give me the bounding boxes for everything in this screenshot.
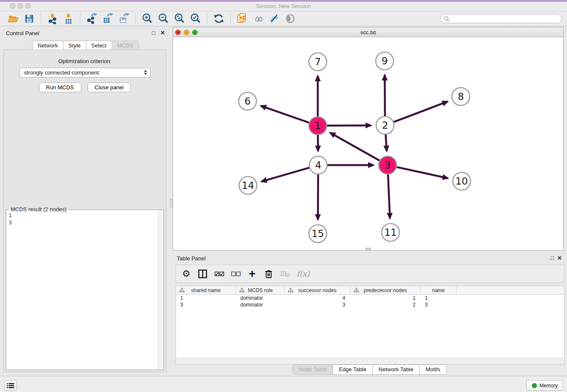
virtual-column-icon [239, 288, 245, 294]
table-settings-gear-icon[interactable]: ⚙ [181, 268, 191, 279]
node-label: 8 [458, 91, 464, 102]
table-row[interactable]: 3dominator323 [176, 301, 564, 308]
select-all-columns-icon[interactable]: ☑☑ [214, 268, 224, 279]
network-window-title: scc.txt [173, 29, 563, 36]
deselect-all-columns-icon[interactable]: ☐☐ [231, 268, 241, 279]
node-label: 2 [382, 120, 388, 131]
close-panel-button[interactable]: Close panel [88, 83, 131, 92]
column-header[interactable]: successor nodes [285, 286, 350, 294]
result-scrollbar[interactable] [158, 210, 163, 369]
graphics-details-icon[interactable] [268, 12, 281, 25]
tab-edge-table[interactable]: Edge Table [333, 364, 373, 375]
first-neighbors-icon[interactable] [236, 12, 248, 25]
main-toolbar: ⌂⌂ [0, 11, 567, 26]
canvas-splitter-handle[interactable] [365, 248, 371, 250]
criterion-select[interactable]: strongly connected component [19, 68, 151, 77]
column-header[interactable]: MCDS role [236, 286, 285, 294]
node-15[interactable]: 15 [309, 225, 327, 243]
table-cell: dominator [236, 301, 285, 308]
close-panel-icon[interactable]: ✕ [160, 30, 165, 36]
import-table-icon[interactable] [62, 12, 75, 25]
run-mcds-button[interactable]: Run MCDS [39, 83, 81, 92]
window-title: Session: New Session [0, 3, 567, 9]
import-network-icon[interactable] [46, 12, 59, 25]
table-row[interactable]: 1dominator411 [176, 295, 564, 301]
edge-1-2[interactable] [327, 125, 371, 126]
node-8[interactable]: 8 [452, 88, 470, 105]
node-14[interactable]: 14 [239, 177, 257, 194]
network-window: ✕ − + scc.txt 7968124314101511 [173, 27, 564, 251]
main-area: Control Panel □ ✕ Network Style Select M… [0, 26, 567, 376]
node-1[interactable]: 1 [309, 117, 327, 135]
refresh-icon[interactable] [212, 12, 225, 25]
node-table[interactable]: shared nameMCDS rolesuccessor nodesprede… [176, 286, 564, 364]
column-header-label: successor nodes [285, 287, 350, 293]
table-horizontal-scrollbar[interactable] [176, 358, 564, 364]
network-canvas[interactable]: 7968124314101511 [173, 37, 563, 250]
titlebar-accent [0, 0, 567, 2]
zoom-in-icon[interactable] [141, 12, 154, 25]
float-panel-icon[interactable]: □ [152, 30, 155, 36]
memory-status-dot [532, 383, 537, 388]
houses-icon[interactable]: ⌂⌂ [252, 12, 264, 25]
virtual-column-icon [179, 288, 184, 294]
memory-button[interactable]: Memory [526, 380, 563, 391]
task-history-button[interactable] [4, 380, 17, 391]
node-3[interactable]: 3 [379, 156, 396, 174]
delete-column-trash-icon[interactable] [264, 268, 274, 279]
tab-motifs[interactable]: Motifs [419, 364, 447, 375]
mcds-panel-body: Optimization criterion: strongly connect… [3, 50, 166, 372]
zoom-fit-icon[interactable] [173, 12, 186, 25]
toolbar-separator [230, 13, 231, 24]
edge-2-9[interactable] [385, 75, 385, 116]
node-6[interactable]: 6 [239, 92, 256, 110]
edge-4-14[interactable] [261, 168, 309, 182]
node-9[interactable]: 9 [376, 52, 394, 70]
column-header[interactable]: name [421, 286, 457, 294]
open-session-icon[interactable] [7, 12, 19, 25]
zoom-out-icon[interactable] [157, 12, 170, 25]
column-header-label: shared name [176, 287, 236, 293]
save-session-icon[interactable] [23, 12, 36, 25]
export-image-icon[interactable] [118, 12, 130, 25]
tab-network-table[interactable]: Network Table [372, 364, 420, 375]
network-graph[interactable]: 7968124314101511 [173, 37, 563, 250]
table-cell: 1 [176, 295, 236, 301]
network-window-titlebar[interactable]: ✕ − + scc.txt [173, 28, 563, 37]
add-column-icon[interactable]: + [247, 268, 257, 279]
panel-splitter-handle[interactable] [170, 199, 173, 207]
tab-node-table[interactable]: Node Table [292, 364, 333, 375]
edge-4-15[interactable] [318, 174, 318, 220]
table-toolbar: ⚙ ☑☑ ☐☐ + [176, 265, 564, 283]
table-header-row: shared nameMCDS rolesuccessor nodesprede… [176, 286, 564, 295]
edge-3-10[interactable] [396, 167, 448, 178]
houses-glyph: ⌂⌂ [255, 14, 261, 23]
toolbar-separator [207, 13, 207, 24]
node-7[interactable]: 7 [309, 53, 327, 71]
float-table-panel-icon[interactable]: □ [550, 255, 554, 261]
edge-2-8[interactable] [394, 102, 448, 122]
edge-2-3[interactable] [385, 135, 386, 151]
birds-eye-view-icon[interactable] [284, 12, 297, 25]
node-2[interactable]: 2 [376, 116, 394, 134]
close-table-panel-icon[interactable]: ✕ [557, 255, 562, 261]
edge-1-6[interactable] [261, 106, 309, 123]
export-network-icon[interactable] [85, 12, 98, 25]
edge-3-1[interactable] [330, 133, 380, 160]
mcds-result-title: MCDS result (2 nodes) [9, 206, 68, 213]
zoom-selected-icon[interactable] [189, 12, 202, 25]
search-field[interactable] [440, 14, 562, 23]
export-table-icon[interactable] [102, 12, 114, 25]
column-header[interactable]: shared name [176, 286, 236, 294]
column-header[interactable]: predecessor nodes [350, 286, 421, 294]
node-4[interactable]: 4 [309, 156, 327, 174]
search-input[interactable] [451, 16, 558, 22]
node-11[interactable]: 11 [382, 224, 399, 241]
table-panel: Table Panel □ ✕ ⚙ ☑☑ ☐☐ + [173, 252, 567, 376]
control-panel: Control Panel □ ✕ Network Style Select M… [0, 26, 170, 376]
table-cell: 1 [350, 295, 421, 301]
node-label: 7 [315, 56, 321, 67]
show-columns-icon[interactable] [198, 268, 208, 279]
node-10[interactable]: 10 [453, 172, 471, 190]
edge-3-11[interactable] [388, 174, 390, 218]
